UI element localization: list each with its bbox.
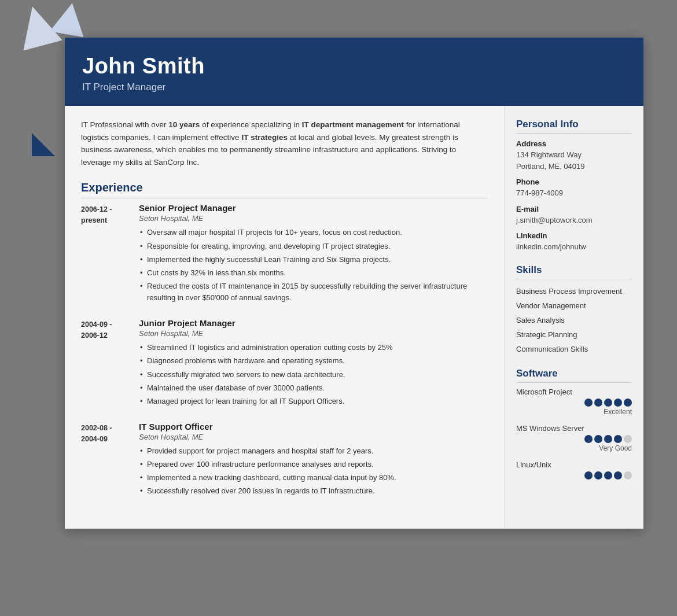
linkedin-value: linkedin.com/johnutw	[516, 241, 632, 253]
resume-card: John Smith IT Project Manager IT Profess…	[65, 38, 643, 529]
resume-header: John Smith IT Project Manager	[65, 38, 643, 106]
dot	[624, 471, 632, 479]
bullet: Responsible for creating, improving, and…	[139, 241, 488, 252]
dot	[584, 399, 593, 407]
exp-title-2: Junior Project Manager	[139, 318, 488, 328]
personal-info-title: Personal Info	[516, 119, 632, 134]
skill-item-3: Sales Analysis	[516, 313, 632, 327]
exp-content-2: Junior Project Manager Seton Hospital, M…	[139, 318, 488, 409]
decorative-triangle-3	[32, 133, 55, 156]
skill-item-2: Vendor Management	[516, 298, 632, 313]
bullet: Successfully resolved over 200 issues in…	[139, 485, 488, 497]
phone-label: Phone	[516, 178, 632, 186]
exp-dates-2: 2004-09 - 2006-12	[81, 318, 139, 409]
bullet: Implemented the highly successful Lean T…	[139, 254, 488, 265]
exp-company-2: Seton Hospital, ME	[139, 329, 488, 338]
software-section: Software Microsoft Project Excellent MS …	[516, 368, 632, 479]
bullet: Implemented a new tracking dashboard, cu…	[139, 472, 488, 484]
dot	[614, 435, 622, 443]
bullet: Maintained the user database of over 300…	[139, 382, 488, 394]
address-line1: 134 Rightward Way	[516, 149, 632, 161]
experience-entry-2: 2004-09 - 2006-12 Junior Project Manager…	[81, 318, 488, 409]
software-name-3: Linux/Unix	[516, 460, 632, 469]
skills-title: Skills	[516, 264, 632, 279]
dot	[604, 471, 612, 479]
dot	[624, 435, 632, 443]
dot	[584, 435, 593, 443]
sidebar-column: Personal Info Address 134 Rightward Way …	[505, 106, 643, 529]
software-name-1: Microsoft Project	[516, 388, 632, 396]
personal-info-section: Personal Info Address 134 Rightward Way …	[516, 119, 632, 253]
email-label: E-mail	[516, 205, 632, 213]
exp-title-1: Senior Project Manager	[139, 203, 488, 213]
dot	[594, 471, 602, 479]
bullet: Diagnosed problems with hardware and ope…	[139, 355, 488, 367]
exp-bullets-2: Streamlined IT logistics and administrat…	[139, 342, 488, 407]
skill-item-1: Business Process Improvement	[516, 284, 632, 298]
address-label: Address	[516, 139, 632, 148]
software-dots-1	[516, 399, 632, 407]
bullet: Provided support for project managers an…	[139, 445, 488, 457]
dot	[594, 435, 602, 443]
bullet: Oversaw all major hospital IT projects f…	[139, 227, 488, 238]
dot	[604, 435, 612, 443]
exp-company-1: Seton Hospital, ME	[139, 214, 488, 223]
email-value: j.smith@uptowork.com	[516, 215, 632, 226]
software-name-2: MS Windows Server	[516, 424, 632, 433]
skills-section: Skills Business Process Improvement Vend…	[516, 264, 632, 356]
exp-bullets-3: Provided support for project managers an…	[139, 445, 488, 497]
exp-dates-3: 2002-08 - 2004-09	[81, 422, 139, 499]
software-title: Software	[516, 368, 632, 383]
decorative-triangle-2	[50, 0, 90, 38]
bullet: Cut costs by 32% in less than six months…	[139, 267, 488, 279]
bullet: Streamlined IT logistics and administrat…	[139, 342, 488, 353]
main-column: IT Professional with over 10 years of ex…	[65, 106, 505, 529]
software-item-3: Linux/Unix	[516, 460, 632, 479]
bullet: Successfully migrated two servers to new…	[139, 369, 488, 381]
experience-title: Experience	[81, 181, 488, 198]
software-dots-2	[516, 435, 632, 443]
candidate-title: IT Project Manager	[82, 82, 626, 93]
bullet: Managed project for lean training for al…	[139, 396, 488, 407]
dot	[624, 399, 632, 407]
experience-section: Experience 2006-12 - present Senior Proj…	[81, 181, 488, 499]
summary-text: IT Professional with over 10 years of ex…	[81, 119, 488, 168]
software-rating-1: Excellent	[516, 408, 632, 416]
software-item-2: MS Windows Server Very Good	[516, 424, 632, 452]
linkedin-label: LinkedIn	[516, 231, 632, 240]
software-dots-3	[516, 471, 632, 479]
address-line2: Portland, ME, 04019	[516, 161, 632, 172]
experience-entry-3: 2002-08 - 2004-09 IT Support Officer Set…	[81, 422, 488, 499]
candidate-name: John Smith	[82, 54, 626, 79]
software-item-1: Microsoft Project Excellent	[516, 388, 632, 416]
exp-company-3: Seton Hospital, ME	[139, 433, 488, 441]
experience-entry-1: 2006-12 - present Senior Project Manager…	[81, 203, 488, 305]
dot	[594, 399, 602, 407]
exp-bullets-1: Oversaw all major hospital IT projects f…	[139, 227, 488, 304]
software-rating-2: Very Good	[516, 444, 632, 452]
skill-item-4: Strategic Planning	[516, 327, 632, 342]
dot	[614, 471, 622, 479]
exp-title-3: IT Support Officer	[139, 422, 488, 431]
exp-dates-1: 2006-12 - present	[81, 203, 139, 305]
exp-content-1: Senior Project Manager Seton Hospital, M…	[139, 203, 488, 305]
exp-content-3: IT Support Officer Seton Hospital, ME Pr…	[139, 422, 488, 499]
bullet: Prepared over 100 infrastructure perform…	[139, 459, 488, 470]
skill-item-5: Communication Skills	[516, 342, 632, 356]
bullet: Reduced the costs of IT maintenance in 2…	[139, 281, 488, 304]
dot	[614, 399, 622, 407]
resume-body: IT Professional with over 10 years of ex…	[65, 106, 643, 529]
phone-value: 774-987-4009	[516, 187, 632, 199]
dot	[584, 471, 593, 479]
dot	[604, 399, 612, 407]
